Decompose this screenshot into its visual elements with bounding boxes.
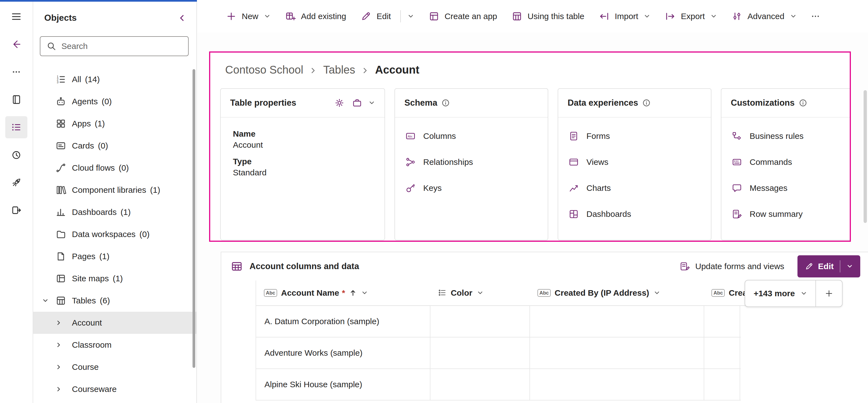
chevron-down-icon bbox=[264, 13, 271, 20]
table-row[interactable]: A. Datum Corporation (sample) bbox=[256, 306, 741, 337]
briefcase-icon[interactable] bbox=[352, 98, 362, 108]
column-header-created-by-ip[interactable]: Abc Created By (IP Address) bbox=[530, 280, 704, 305]
add-column-button[interactable] bbox=[815, 280, 842, 307]
required-asterisk: * bbox=[342, 288, 345, 298]
rail-notebook-button[interactable] bbox=[5, 89, 27, 111]
sidebar-item-table-course[interactable]: Course bbox=[33, 356, 196, 378]
chevron-down-icon[interactable] bbox=[42, 297, 55, 304]
commandbar-more-button[interactable] bbox=[804, 5, 827, 27]
more-dots-icon bbox=[810, 11, 821, 22]
forms-link[interactable]: Forms bbox=[568, 123, 703, 149]
breadcrumb-solution-link[interactable]: Contoso School bbox=[225, 64, 303, 76]
table-row[interactable]: Adventure Works (sample) bbox=[256, 337, 741, 369]
account-name-cell[interactable]: Adventure Works (sample) bbox=[256, 337, 430, 368]
breadcrumb-tables-link[interactable]: Tables bbox=[323, 64, 355, 76]
back-button[interactable] bbox=[5, 33, 27, 55]
sidebar-item-all[interactable]: 123 All (14) bbox=[33, 68, 196, 90]
vertical-scrollbar[interactable] bbox=[864, 90, 867, 223]
truncated-cell[interactable] bbox=[704, 337, 740, 368]
chevron-right-icon[interactable] bbox=[55, 386, 72, 393]
table-row[interactable]: Alpine Ski House (sample) bbox=[256, 369, 741, 401]
rail-more-button[interactable] bbox=[5, 61, 27, 83]
views-link[interactable]: Views bbox=[568, 149, 703, 175]
sidebar-item-table-classroom[interactable]: Classroom bbox=[33, 334, 196, 356]
column-header-color[interactable]: Color bbox=[430, 280, 530, 305]
column-header-truncated[interactable]: Abc Crea +143 more bbox=[704, 280, 815, 305]
column-header-account-name[interactable]: Abc Account Name * bbox=[256, 280, 430, 305]
chevron-down-icon[interactable] bbox=[407, 13, 414, 20]
chevron-right-icon[interactable] bbox=[55, 364, 72, 370]
rail-history-button[interactable] bbox=[5, 144, 27, 166]
edit-split-button[interactable]: Edit bbox=[354, 5, 421, 27]
more-columns-button[interactable]: +143 more bbox=[745, 280, 815, 307]
sidebar-item-table-courseware[interactable]: Courseware bbox=[33, 378, 196, 400]
schema-columns-link[interactable]: Abc Columns bbox=[405, 123, 540, 149]
messages-link[interactable]: Messages bbox=[731, 175, 845, 201]
sidebar-item-dashboards[interactable]: Dashboards (1) bbox=[33, 201, 196, 223]
truncated-cell[interactable] bbox=[704, 369, 740, 400]
chevron-down-icon[interactable] bbox=[368, 100, 375, 106]
info-icon[interactable] bbox=[643, 99, 650, 107]
item-label: Site maps bbox=[72, 274, 109, 283]
pencil-icon bbox=[361, 11, 371, 22]
new-button[interactable]: New bbox=[219, 5, 277, 27]
commands-link[interactable]: Commands bbox=[731, 149, 845, 175]
color-cell[interactable] bbox=[430, 369, 530, 400]
sidebar-item-agents[interactable]: Agents (0) bbox=[33, 90, 196, 113]
color-cell[interactable] bbox=[430, 337, 530, 368]
sidebar-scrollbar[interactable] bbox=[192, 69, 195, 368]
chevron-right-icon[interactable] bbox=[55, 319, 72, 326]
create-an-app-button[interactable]: Create an app bbox=[422, 5, 504, 27]
chevron-down-icon[interactable] bbox=[361, 289, 368, 296]
advanced-button[interactable]: Advanced bbox=[725, 5, 803, 27]
settings-gear-icon[interactable] bbox=[334, 98, 345, 108]
rail-publish-button[interactable] bbox=[5, 199, 27, 221]
using-this-table-button[interactable]: Using this table bbox=[505, 5, 591, 27]
account-name-cell[interactable]: A. Datum Corporation (sample) bbox=[256, 306, 430, 337]
column-label: Crea bbox=[728, 288, 747, 298]
created-by-ip-cell[interactable] bbox=[530, 337, 704, 368]
sidebar-item-data-workspaces[interactable]: Data workspaces (0) bbox=[33, 223, 196, 245]
item-label: Component libraries bbox=[72, 185, 146, 195]
chevron-down-icon bbox=[710, 13, 717, 20]
hamburger-icon bbox=[11, 11, 22, 22]
rail-launch-button[interactable] bbox=[5, 172, 27, 194]
truncated-cell[interactable] bbox=[704, 306, 740, 337]
business-rules-link[interactable]: Business rules bbox=[731, 123, 845, 149]
info-icon[interactable] bbox=[442, 99, 450, 107]
update-forms-and-views-button[interactable]: Update forms and views bbox=[679, 261, 784, 272]
import-button[interactable]: Import bbox=[592, 5, 657, 27]
sidebar-collapse-button[interactable] bbox=[178, 13, 186, 22]
chevron-down-icon[interactable] bbox=[846, 263, 853, 270]
info-icon[interactable] bbox=[799, 99, 807, 107]
chevron-right-icon[interactable] bbox=[55, 342, 72, 348]
charts-link[interactable]: Charts bbox=[568, 175, 703, 201]
edit-table-button[interactable]: Edit bbox=[798, 255, 860, 277]
sidebar-item-site-maps[interactable]: Site maps (1) bbox=[33, 268, 196, 289]
sidebar-item-component-libraries[interactable]: Component libraries (1) bbox=[33, 179, 196, 201]
sidebar-item-cloud-flows[interactable]: Cloud flows (0) bbox=[33, 157, 196, 179]
row-summary-link[interactable]: Row summary bbox=[731, 201, 845, 227]
sidebar-item-pages[interactable]: Pages (1) bbox=[33, 245, 196, 268]
chevron-down-icon[interactable] bbox=[654, 289, 660, 296]
created-by-ip-cell[interactable] bbox=[530, 369, 704, 400]
highlighted-region: Contoso School Tables Account Table prop… bbox=[209, 52, 851, 242]
export-button[interactable]: Export bbox=[658, 5, 723, 27]
rail-objects-button[interactable] bbox=[5, 116, 27, 138]
chevron-down-icon[interactable] bbox=[477, 289, 484, 296]
sidebar-item-cards[interactable]: Cards (0) bbox=[33, 135, 196, 157]
schema-keys-link[interactable]: Keys bbox=[405, 175, 540, 201]
item-count: (1) bbox=[121, 208, 131, 217]
schema-relationships-link[interactable]: Relationships bbox=[405, 149, 540, 175]
account-name-cell[interactable]: Alpine Ski House (sample) bbox=[256, 369, 430, 400]
search-input[interactable] bbox=[61, 41, 182, 51]
sidebar-item-table-account[interactable]: Account bbox=[33, 312, 196, 334]
add-existing-button[interactable]: Add existing bbox=[278, 5, 353, 27]
color-cell[interactable] bbox=[430, 306, 530, 337]
grid-rows: A. Datum Corporation (sample) Adventure … bbox=[256, 306, 741, 401]
dashboards-link[interactable]: Dashboards bbox=[568, 201, 703, 227]
hamburger-menu-button[interactable] bbox=[5, 5, 27, 28]
created-by-ip-cell[interactable] bbox=[530, 306, 704, 337]
sidebar-item-apps[interactable]: Apps (1) bbox=[33, 113, 196, 135]
sidebar-item-tables[interactable]: Tables (6) bbox=[33, 289, 196, 312]
